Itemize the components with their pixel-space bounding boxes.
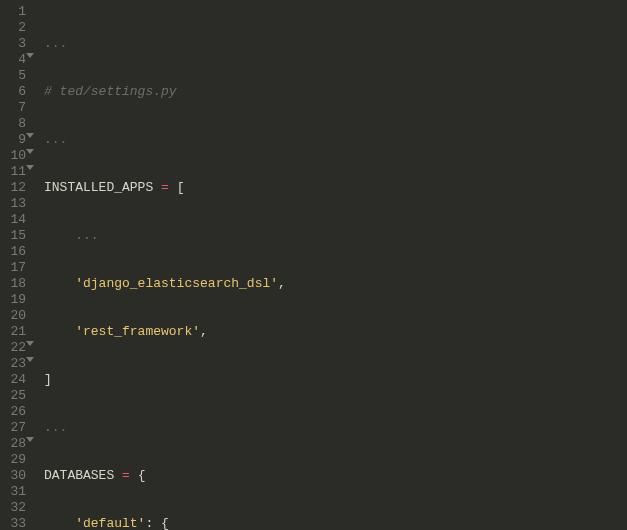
line-number: 28: [4, 436, 26, 452]
line-number: 16: [4, 244, 26, 260]
line-number: 31: [4, 484, 26, 500]
fold-icon[interactable]: [26, 149, 34, 154]
line-number: 29: [4, 452, 26, 468]
line-number: 32: [4, 500, 26, 516]
code-line: ...: [44, 420, 627, 436]
code-area[interactable]: ... # ted/settings.py ... INSTALLED_APPS…: [34, 0, 627, 530]
line-number: 27: [4, 420, 26, 436]
line-number: 14: [4, 212, 26, 228]
fold-icon[interactable]: [26, 53, 34, 58]
fold-icon[interactable]: [26, 165, 34, 170]
line-number: 5: [4, 68, 26, 84]
fold-icon[interactable]: [26, 133, 34, 138]
line-number: 21: [4, 324, 26, 340]
line-number: 4: [4, 52, 26, 68]
line-number: 24: [4, 372, 26, 388]
ellipsis: ...: [44, 36, 67, 51]
fold-icon[interactable]: [26, 357, 34, 362]
fold-icon[interactable]: [26, 437, 34, 442]
ellipsis: ...: [44, 132, 67, 147]
comment: # ted/settings.py: [44, 84, 177, 99]
fold-icon[interactable]: [26, 341, 34, 346]
code-line: 'default': {: [44, 516, 627, 530]
code-line: ...: [44, 36, 627, 52]
line-number: 10: [4, 148, 26, 164]
line-number: 2: [4, 20, 26, 36]
line-number: 13: [4, 196, 26, 212]
line-number: 8: [4, 116, 26, 132]
line-number: 19: [4, 292, 26, 308]
line-number: 26: [4, 404, 26, 420]
line-number: 23: [4, 356, 26, 372]
line-number: 6: [4, 84, 26, 100]
line-number: 7: [4, 100, 26, 116]
code-line: 'rest_framework',: [44, 324, 627, 340]
code-line: ...: [44, 228, 627, 244]
line-number: 1: [4, 4, 26, 20]
line-number: 11: [4, 164, 26, 180]
line-number: 9: [4, 132, 26, 148]
line-number: 12: [4, 180, 26, 196]
code-line: INSTALLED_APPS = [: [44, 180, 627, 196]
code-line: 'django_elasticsearch_dsl',: [44, 276, 627, 292]
code-line: ]: [44, 372, 627, 388]
line-number: 17: [4, 260, 26, 276]
line-number: 15: [4, 228, 26, 244]
code-line: ...: [44, 132, 627, 148]
line-number: 30: [4, 468, 26, 484]
line-number: 25: [4, 388, 26, 404]
line-number-gutter: 1234567891011121314151617181920212223242…: [0, 0, 34, 530]
line-number: 18: [4, 276, 26, 292]
code-editor: 1234567891011121314151617181920212223242…: [0, 0, 627, 530]
line-number: 22: [4, 340, 26, 356]
line-number: 3: [4, 36, 26, 52]
line-number: 20: [4, 308, 26, 324]
code-line: DATABASES = {: [44, 468, 627, 484]
code-line: # ted/settings.py: [44, 84, 627, 100]
line-number: 33: [4, 516, 26, 530]
